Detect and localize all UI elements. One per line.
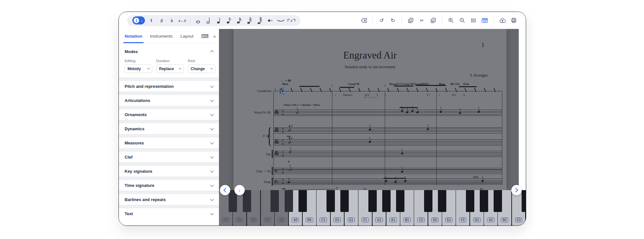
zoom-out-button[interactable]	[458, 16, 466, 25]
half-note-button[interactable]	[204, 16, 212, 25]
key-signature-sharp: ♯	[275, 88, 276, 91]
piano-toggle-button[interactable]	[481, 16, 488, 25]
duration-select[interactable]: Replace	[156, 64, 184, 73]
tab-layout[interactable]: Layout	[180, 29, 194, 43]
delete-button[interactable]	[360, 16, 368, 25]
section-dynamics[interactable]: Dynamics	[119, 123, 219, 134]
key-label: C2	[417, 217, 425, 222]
score-page[interactable]: 1 Engraved Air Notation study in one mov…	[233, 29, 507, 190]
tuplet-button[interactable]: 3	[288, 16, 295, 25]
whole-note-button[interactable]	[194, 16, 202, 25]
bass-clef: 9:	[274, 179, 278, 184]
section-measures[interactable]: Measures	[119, 137, 219, 148]
black-key-asharp1[interactable]	[396, 190, 404, 212]
section-title: Measures	[125, 141, 144, 145]
keyboard-shortcuts-icon[interactable]: ⌨	[201, 33, 209, 39]
black-key-gsharp0[interactable]	[285, 190, 293, 212]
black-key-asharp0[interactable]	[298, 190, 307, 212]
chevron-down-icon	[210, 141, 213, 144]
cut-button[interactable]: ✂	[418, 16, 426, 25]
modes-section-header[interactable]: Modes	[125, 47, 213, 56]
key-label: D2	[431, 217, 439, 222]
sharp-button[interactable]: ♯	[158, 16, 166, 25]
black-key-gsharp2[interactable]	[480, 190, 488, 212]
section-text[interactable]: Text	[119, 208, 219, 219]
sixty-fourth-note-button[interactable]	[256, 16, 264, 25]
black-key-fsharp2[interactable]	[466, 190, 474, 212]
paste-button[interactable]	[429, 16, 437, 25]
editing-select[interactable]: Melody	[125, 64, 152, 73]
eighth-note-button[interactable]	[225, 16, 233, 25]
zoom-in-button[interactable]	[447, 16, 455, 25]
redo-button[interactable]: ↻	[389, 16, 397, 25]
chord-symbol: Cmaj7/B	[402, 82, 413, 86]
zoom-out-icon	[459, 18, 465, 23]
key-label: C1	[320, 217, 327, 222]
copy-button[interactable]	[407, 16, 414, 25]
sixteenth-note-icon	[237, 17, 242, 24]
chevron-down-icon	[210, 112, 213, 116]
keyboard-hide-button[interactable]: ↓	[234, 185, 245, 195]
key-label: F2	[459, 217, 466, 222]
scroll-left-button[interactable]	[220, 185, 230, 195]
dotted-note-button[interactable]	[266, 16, 274, 25]
collapse-sidebar-icon[interactable]: «	[213, 33, 216, 39]
printer-icon	[511, 18, 516, 23]
flat-button[interactable]: ♭	[168, 16, 176, 25]
undo-button[interactable]: ↺	[378, 16, 385, 25]
section-divider	[119, 177, 219, 180]
black-key-asharp2[interactable]	[494, 190, 502, 212]
roman-numeral: iv	[463, 93, 466, 97]
section-title: Ornaments	[125, 112, 147, 117]
tab-notation[interactable]: Notation	[125, 29, 142, 43]
section-ornaments[interactable]: Ornaments	[119, 109, 219, 120]
section-clef[interactable]: Clef	[119, 152, 219, 162]
note-spacing-button[interactable]	[469, 16, 477, 25]
score-composer: S. Rostagno	[470, 73, 488, 77]
chord-symbol: D♭maj7/C	[389, 82, 402, 86]
section-key-signature[interactable]: Key signature	[119, 166, 219, 177]
page-number: 1	[481, 41, 485, 49]
save-to-cloud-button[interactable]	[498, 16, 506, 25]
treble-clef: &	[274, 108, 279, 115]
chevron-down-icon	[210, 197, 213, 201]
black-key-fsharp0[interactable]	[270, 190, 279, 212]
key-label: A0	[292, 217, 299, 222]
voice-selector-button[interactable]: 1 ♪	[132, 16, 145, 24]
black-key-dsharp2[interactable]	[438, 190, 446, 212]
chevron-down-icon	[147, 67, 150, 69]
toolbar-divider	[442, 17, 442, 24]
section-time-signature[interactable]: Time signature	[119, 180, 219, 191]
print-button[interactable]	[510, 16, 517, 25]
chevron-down-icon	[210, 67, 213, 69]
instrument-label: Wood W. Hi.	[241, 111, 271, 114]
sixteenth-note-button[interactable]	[235, 16, 243, 25]
black-key-csharp3[interactable]	[522, 190, 526, 212]
chord-symbol: B♭7/A♭	[450, 82, 459, 86]
duration-field: Duration Replace	[156, 59, 184, 73]
section-barlines-and-repeats[interactable]: Barlines and repeats	[119, 194, 219, 205]
thirty-second-note-button[interactable]	[246, 16, 253, 25]
black-key-fsharp1[interactable]	[368, 190, 377, 212]
section-articulations[interactable]: Articulations	[119, 95, 219, 106]
note-input-toolbar: 1 ♪ ♮ ♯ ♭ ♭↔♯	[127, 15, 300, 26]
app-window: 1 ♪ ♮ ♯ ♭ ♭↔♯	[118, 12, 526, 226]
tab-instruments[interactable]: Instruments	[150, 29, 173, 43]
black-key-gsharp1[interactable]	[382, 190, 391, 212]
black-key-csharp2[interactable]	[424, 190, 432, 212]
black-key-dsharp0[interactable]	[243, 190, 251, 212]
black-key-csharp1[interactable]	[327, 190, 335, 212]
chevron-down-icon	[210, 169, 213, 172]
section-pitch-and-representation[interactable]: Pitch and representation	[119, 81, 219, 92]
beam	[394, 86, 413, 87]
scroll-right-button[interactable]	[511, 185, 522, 195]
rest-select[interactable]: Change	[188, 64, 215, 73]
quarter-note-button[interactable]	[215, 16, 223, 25]
backspace-icon	[361, 18, 367, 23]
natural-button[interactable]: ♮	[147, 16, 155, 25]
black-key-dsharp1[interactable]	[340, 190, 349, 212]
measure-number: 2	[331, 84, 333, 87]
respell-accidental-button[interactable]: ♭↔♯	[178, 16, 186, 25]
roman-numeral: IImaj4/2	[343, 93, 352, 97]
tie-button[interactable]	[277, 16, 285, 25]
